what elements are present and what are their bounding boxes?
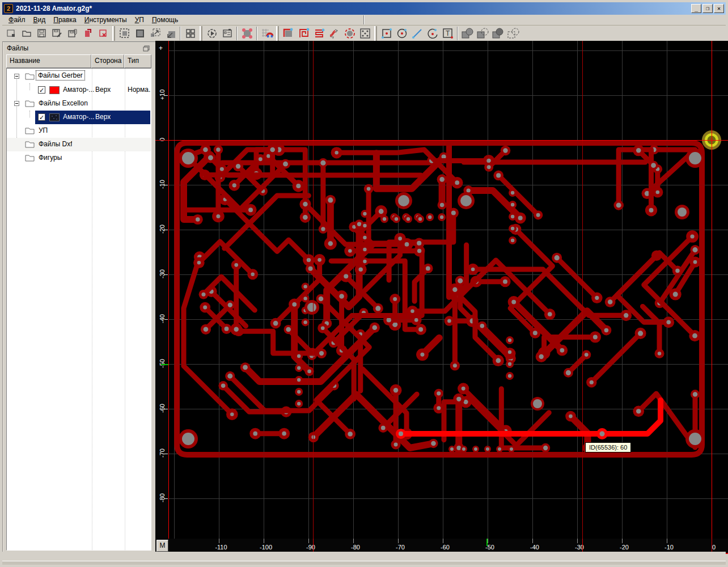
aperture-pattern-tool-button[interactable] (357, 26, 373, 41)
layer-checkbox[interactable]: ✓ (38, 113, 45, 121)
save-all-button[interactable] (65, 26, 80, 41)
axis-cross-line (155, 140, 169, 141)
new-document-icon (6, 28, 16, 39)
import-file-button[interactable] (80, 26, 95, 41)
tree-row-up-folder[interactable]: УП (7, 124, 151, 138)
zoom-out-button[interactable] (163, 26, 178, 41)
guide-cross-line (712, 539, 712, 553)
menu-view[interactable]: Вид (29, 15, 50, 25)
draw-line-button[interactable] (409, 26, 425, 41)
zoom-out-icon (165, 28, 176, 39)
layer-options-button[interactable] (219, 26, 235, 41)
menu-up[interactable]: УП (131, 15, 148, 25)
column-header-type[interactable]: Тип (124, 54, 151, 68)
tree-label[interactable]: Фигуры (39, 154, 62, 162)
menu-help[interactable]: Помощь (148, 15, 182, 25)
layer-checkbox[interactable]: ✓ (38, 86, 45, 94)
toolbar-grip[interactable] (276, 26, 279, 41)
polygon-tool-button[interactable] (281, 26, 296, 41)
menu-edit[interactable]: Правка (49, 15, 81, 25)
new-document-button[interactable] (3, 26, 19, 41)
menu-file[interactable]: Файл (5, 15, 29, 25)
layer-color-swatch[interactable] (49, 86, 60, 94)
horizontal-ruler-label: -70 (396, 544, 405, 551)
toolbar-grip[interactable] (112, 26, 115, 41)
meander-tool-button[interactable] (311, 26, 327, 41)
vertical-ruler[interactable]: ++100-10-20-30-40-50-60-70-80 (155, 41, 169, 539)
menu-tools[interactable]: Инструменты (81, 15, 131, 25)
ruler-tick (164, 185, 168, 185)
undock-icon[interactable] (143, 45, 150, 52)
file-side: Верх (95, 86, 111, 94)
draw-circle-button[interactable] (394, 26, 409, 41)
shape-xor-icon (507, 27, 520, 40)
shape-xor-button[interactable] (506, 26, 521, 41)
collapse-icon[interactable] (14, 101, 19, 106)
draw-circle-icon (396, 27, 408, 40)
tree-label[interactable]: Файлы Gerber (36, 71, 84, 80)
vertical-ruler-label: -10 (159, 175, 166, 193)
select-vertices-button[interactable] (239, 26, 255, 41)
save-button[interactable] (34, 26, 49, 41)
flash-pad-tool-button[interactable] (342, 26, 357, 41)
horizontal-ruler-label: -110 (215, 544, 227, 551)
draw-arc-button[interactable] (425, 26, 440, 41)
toolbar-separator (457, 27, 458, 40)
tree-row-gerber-folder[interactable]: Файлы Gerber (7, 70, 151, 83)
menu-bar: Файл Вид Правка Инструменты УП Помощь (2, 15, 726, 26)
toolbar-separator (180, 27, 181, 40)
close-button[interactable]: ✕ (714, 4, 724, 13)
restore-button[interactable]: ❐ (702, 4, 713, 13)
process-run-button[interactable] (204, 26, 219, 41)
tree-row-excellon-folder[interactable]: Файлы Excellon (7, 97, 151, 111)
draw-rect-button[interactable] (379, 26, 394, 41)
reroute-tool-button[interactable] (327, 26, 342, 41)
tree-label[interactable]: Файлы Dxf (39, 140, 72, 148)
column-header-side[interactable]: Сторона (91, 54, 124, 68)
tree-label[interactable]: УП (39, 126, 48, 134)
close-file-button[interactable] (95, 26, 111, 41)
tree-row-shapes-folder[interactable]: Фигуры (7, 151, 151, 165)
tree-row-dxf-folder[interactable]: Файлы Dxf (7, 138, 151, 151)
folder-icon (25, 126, 35, 134)
ruler-origin-plus: + (159, 44, 163, 52)
zoom-extents-button[interactable] (132, 26, 147, 41)
status-bar-strip (2, 561, 726, 565)
vertical-ruler-label: -60 (159, 399, 166, 417)
tree-row-gerber-file[interactable]: ✓ Аматор-... Верх Норма... (7, 83, 151, 97)
zoom-in-button[interactable] (147, 26, 163, 41)
tree-label[interactable]: Файлы Excellon (39, 99, 88, 107)
file-name[interactable]: Аматор-... (63, 113, 94, 121)
file-name[interactable]: Аматор-... (63, 86, 94, 94)
tile-views-button[interactable] (183, 26, 198, 41)
toolbar-grip[interactable] (200, 26, 202, 41)
files-tree: Файлы Gerber ✓ Аматор-... Верх Норма... … (6, 68, 151, 551)
shape-union-button[interactable] (460, 26, 475, 41)
units-button[interactable]: M (156, 540, 168, 552)
ruler-tick (164, 230, 168, 230)
shape-subtract-button[interactable] (475, 26, 490, 41)
column-header-name[interactable]: Название (6, 54, 91, 68)
draw-text-button[interactable]: T (440, 26, 455, 41)
save-as-button[interactable] (49, 26, 65, 41)
ruler-tick (164, 274, 168, 275)
snap-magnet-button[interactable] (259, 26, 274, 41)
options-form-icon (222, 28, 233, 39)
save-all-icon (67, 28, 78, 39)
zoom-window-button[interactable] (117, 26, 132, 41)
shape-union-icon (461, 27, 475, 40)
title-bar[interactable]: 2 2021-11-28 Amator.g2g* _ ❐ ✕ (2, 2, 726, 15)
shape-intersect-button[interactable] (490, 26, 506, 41)
toolbar-grip[interactable] (374, 26, 377, 41)
pcb-canvas[interactable] (169, 41, 728, 539)
svg-text:T: T (446, 29, 450, 37)
collapse-icon[interactable] (14, 74, 19, 79)
minimize-button[interactable]: _ (691, 4, 701, 13)
drill-swatch[interactable] (49, 113, 60, 121)
spiral-tool-button[interactable] (296, 26, 311, 41)
horizontal-ruler-label: -20 (620, 544, 629, 551)
polygon-tool-icon (282, 27, 295, 40)
tree-row-excellon-file-selected[interactable]: ✓ Аматор-... Верх (7, 111, 151, 124)
open-file-button[interactable] (19, 26, 34, 41)
vertical-ruler-label: +10 (159, 86, 166, 104)
